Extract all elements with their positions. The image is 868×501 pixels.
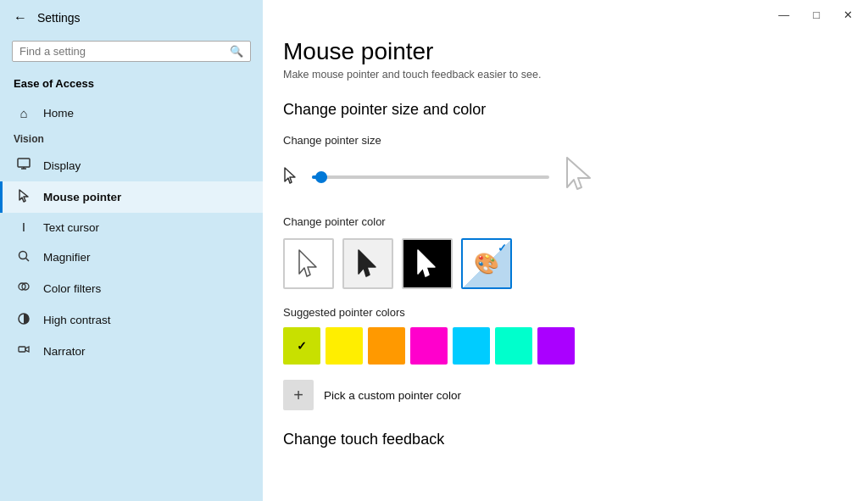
section2-heading: Change touch feedback (283, 431, 827, 448)
sidebar-label-magnifier: Magnifier (43, 251, 91, 264)
sidebar-item-label: Home (43, 107, 74, 120)
sidebar-label-color-filters: Color filters (43, 282, 101, 295)
swatch-orange[interactable] (368, 327, 405, 365)
mouse-pointer-icon (16, 189, 31, 205)
display-icon (16, 158, 31, 174)
pointer-size-track (312, 175, 549, 179)
svg-point-4 (19, 252, 27, 259)
sidebar-item-magnifier[interactable]: Magnifier (0, 242, 263, 273)
high-contrast-icon (16, 312, 31, 328)
swatch-teal[interactable] (495, 327, 532, 365)
cursor-small-icon (283, 167, 297, 187)
svg-rect-9 (19, 347, 25, 352)
swatch-purple[interactable] (537, 327, 575, 365)
check-mark-custom: ✓ (498, 242, 507, 254)
maximize-button[interactable]: □ (808, 7, 825, 23)
svg-marker-15 (418, 250, 435, 276)
page-subtitle: Make mouse pointer and touch feedback ea… (283, 69, 827, 81)
search-icon[interactable]: 🔍 (230, 45, 243, 58)
sidebar-label-display: Display (43, 159, 81, 172)
svg-marker-13 (299, 250, 316, 276)
custom-color-label: Pick a custom pointer color (324, 389, 461, 402)
swatch-check-lime: ✓ (297, 339, 307, 353)
home-icon: ⌂ (16, 106, 31, 120)
sidebar-label-mouse-pointer: Mouse pointer (43, 191, 121, 203)
ease-of-access-heading: Ease of Access (0, 74, 263, 98)
titlebar: — □ ✕ (263, 0, 868, 30)
add-custom-color-button[interactable]: + (283, 380, 314, 410)
svg-rect-0 (18, 159, 30, 167)
svg-marker-3 (19, 190, 28, 202)
svg-marker-11 (285, 168, 295, 183)
svg-marker-14 (359, 250, 376, 276)
back-button[interactable]: ← (14, 10, 27, 25)
narrator-icon (16, 343, 31, 359)
page-title: Mouse pointer (283, 38, 827, 65)
sidebar-item-color-filters[interactable]: Color filters (0, 273, 263, 304)
sidebar-header: ← Settings (0, 0, 263, 36)
vision-section-label: Vision (0, 128, 263, 150)
sidebar-item-home[interactable]: ⌂ Home (0, 98, 263, 128)
svg-marker-12 (567, 158, 590, 189)
custom-color-row: + Pick a custom pointer color (283, 380, 827, 410)
sidebar-label-narrator: Narrator (43, 345, 86, 358)
swatch-lime[interactable]: ✓ (283, 327, 320, 365)
magnifier-icon (16, 249, 31, 265)
page-content: Mouse pointer Make mouse pointer and tou… (263, 30, 868, 469)
swatch-row: ✓ (283, 327, 827, 365)
suggested-colors-label: Suggested pointer colors (283, 306, 827, 319)
change-color-label: Change pointer color (283, 215, 827, 228)
close-button[interactable]: ✕ (838, 7, 858, 23)
text-cursor-icon: I (16, 220, 31, 234)
svg-line-5 (26, 259, 30, 262)
swatch-pink[interactable] (410, 327, 448, 365)
sidebar-label-text-cursor: Text cursor (43, 221, 99, 234)
swatch-yellow[interactable] (326, 327, 363, 365)
section1-heading: Change pointer size and color (283, 101, 827, 119)
swatch-cyan[interactable] (453, 327, 490, 365)
change-size-label: Change pointer size (283, 134, 827, 147)
color-option-white[interactable] (283, 238, 334, 289)
search-input[interactable] (19, 45, 225, 58)
color-options-row: 🎨 ✓ (283, 238, 827, 289)
sidebar-item-narrator[interactable]: Narrator (0, 336, 263, 367)
sidebar: ← Settings 🔍 Ease of Access ⌂ Home Visio… (0, 0, 263, 501)
sidebar-item-display[interactable]: Display (0, 150, 263, 181)
pointer-size-slider-row (283, 157, 827, 197)
color-option-inverted[interactable] (402, 238, 453, 289)
color-filters-icon (16, 281, 31, 297)
search-box: 🔍 (12, 41, 251, 62)
main-content: — □ ✕ Mouse pointer Make mouse pointer a… (263, 0, 868, 501)
sidebar-item-mouse-pointer[interactable]: Mouse pointer (0, 181, 263, 213)
sidebar-item-high-contrast[interactable]: High contrast (0, 304, 263, 336)
minimize-button[interactable]: — (773, 7, 794, 23)
color-option-custom[interactable]: 🎨 ✓ (461, 238, 512, 289)
cursor-large-icon (565, 157, 593, 197)
sidebar-item-text-cursor[interactable]: I Text cursor (0, 213, 263, 242)
color-option-black[interactable] (342, 238, 393, 289)
sidebar-app-title: Settings (37, 11, 81, 25)
sidebar-label-high-contrast: High contrast (43, 314, 111, 326)
